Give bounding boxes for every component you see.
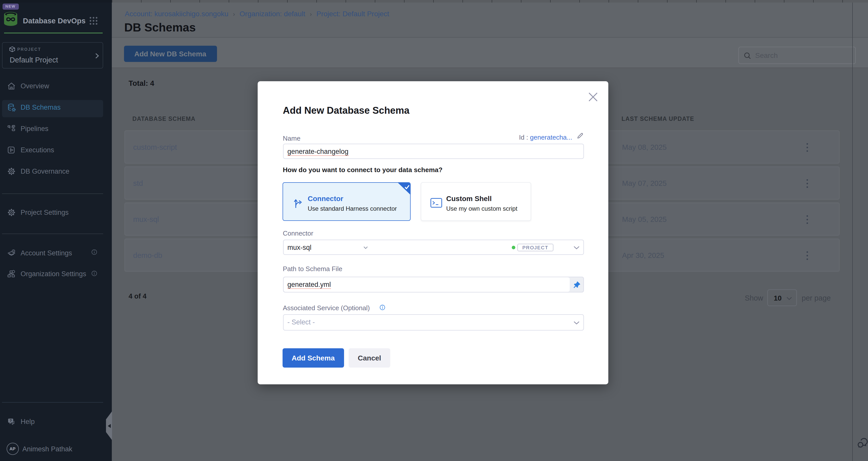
svg-text:?: ? — [9, 418, 11, 423]
